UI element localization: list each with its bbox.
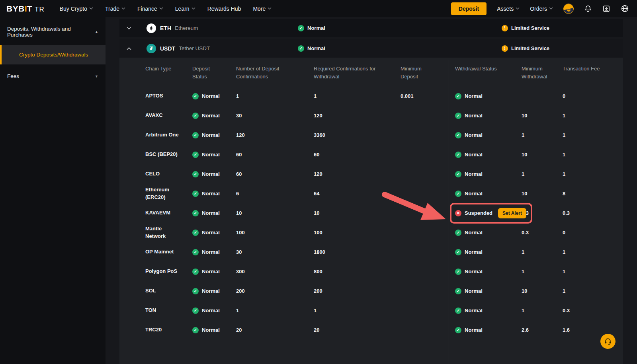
header-withdrawal-confirmations: Required Confirmations for Withdrawal xyxy=(314,65,391,81)
transaction-fee-value: 8 xyxy=(563,191,565,197)
sidebar-item-crypto-deposits-withdrawals[interactable]: Crypto Deposits/Withdrawals xyxy=(0,45,106,64)
withdrawal-status-badge: ✓ Normal xyxy=(455,132,483,138)
header-min-deposit: Minimum Deposit xyxy=(401,65,432,81)
withdrawal-status-badge: ✓ Normal xyxy=(455,191,483,197)
sidebar-item-fees[interactable]: Fees ▼ xyxy=(0,67,106,86)
nav-buy-crypto[interactable]: Buy Crypto xyxy=(60,6,93,12)
deposit-status-label: Normal xyxy=(202,210,220,216)
header-min-withdrawal: Minimum Withdrawal xyxy=(522,65,559,81)
user-avatar[interactable] xyxy=(563,4,574,14)
header-chain-type: Chain Type xyxy=(145,65,172,73)
table-row: TRC20 ✓ Normal 20 20 ✓ Normal 2.6 1.6 xyxy=(119,320,623,340)
chevron-down-icon xyxy=(191,7,195,10)
eth-coin-icon xyxy=(147,23,156,33)
fees-label: Fees xyxy=(7,73,19,79)
withdrawal-status-badge: ✓ Normal xyxy=(455,249,483,255)
sidebar-section-deposits-withdrawals[interactable]: Deposits, Withdrawals and Purchases ▲ xyxy=(0,18,106,45)
download-app-icon[interactable] xyxy=(602,5,610,13)
deposit-confirmations-value: 10 xyxy=(236,210,242,216)
deposit-confirmations-value: 20 xyxy=(236,327,242,333)
withdrawal-status-label: Normal xyxy=(465,152,483,158)
min-deposit-value: 0.001 xyxy=(401,93,414,99)
language-globe-icon[interactable] xyxy=(621,4,629,13)
notifications-bell-icon[interactable] xyxy=(584,5,592,13)
min-withdrawal-value: 10 xyxy=(522,113,527,119)
deposit-status-label: Normal xyxy=(202,249,220,255)
nav-orders[interactable]: Orders xyxy=(530,6,553,12)
deposit-confirmations-value: 1 xyxy=(236,93,239,99)
chevron-down-icon[interactable] xyxy=(127,27,132,30)
sidebar-section-label: Deposits, Withdrawals and Purchases xyxy=(7,26,95,38)
deposit-confirmations-value: 60 xyxy=(236,171,242,177)
check-icon: ✓ xyxy=(192,308,199,314)
deposit-status-label: Normal xyxy=(202,308,220,313)
logo-region: TR xyxy=(35,6,45,14)
coin-row-usdt[interactable]: ₮ USDT Tether USDT ✓ Normal ! Limited Se… xyxy=(119,39,623,57)
header-deposit-status: Deposit Status xyxy=(192,65,220,81)
coin-service-status: ! Limited Service xyxy=(502,45,549,52)
check-icon: ✓ xyxy=(192,288,199,294)
withdrawal-confirmations-value: 120 xyxy=(314,113,322,119)
transaction-fee-value: 1 xyxy=(563,249,565,255)
expand-triangle-icon: ▼ xyxy=(95,74,98,78)
nav-finance[interactable]: Finance xyxy=(137,6,163,12)
chevron-down-icon xyxy=(159,7,163,10)
chevron-down-icon xyxy=(549,7,553,10)
chain-name: Polygon PoS xyxy=(145,268,177,275)
nav-learn[interactable]: Learn xyxy=(175,6,195,12)
main-content: ETH Ethereum ✓ Normal ! Limited Service … xyxy=(106,17,637,364)
table-row: Mantle Network ✓ Normal 100 100 ✓ Normal… xyxy=(119,223,623,242)
table-section-divider xyxy=(449,60,449,364)
deposit-confirmations-value: 30 xyxy=(236,113,242,119)
nav-assets[interactable]: Assets xyxy=(497,6,520,12)
table-row: Ethereum (ERC20) ✓ Normal 6 64 ✓ Normal … xyxy=(119,184,623,203)
min-withdrawal-value: 10 xyxy=(522,152,527,158)
check-icon: ✓ xyxy=(298,45,304,52)
chevron-down-icon xyxy=(121,7,125,10)
deposit-button[interactable]: Deposit xyxy=(451,2,487,15)
chain-name: KAVAEVM xyxy=(145,209,170,217)
transaction-fee-value: 0 xyxy=(563,230,565,236)
withdrawal-confirmations-value: 20 xyxy=(314,327,319,333)
table-row: CELO ✓ Normal 60 120 ✓ Normal 1 1 xyxy=(119,164,623,184)
coin-row-eth[interactable]: ETH Ethereum ✓ Normal ! Limited Service xyxy=(119,19,623,37)
set-alert-button[interactable]: Set Alert xyxy=(498,208,526,218)
header-withdrawal-status: Withdrawal Status xyxy=(455,65,497,73)
withdrawal-status-label: Normal xyxy=(465,249,483,255)
withdrawal-status-label: Normal xyxy=(465,113,483,119)
deposit-confirmations-value: 200 xyxy=(236,288,245,294)
nav-trade[interactable]: Trade xyxy=(105,6,125,12)
check-icon: ✓ xyxy=(192,93,199,99)
status-icon: ✓ xyxy=(455,269,461,275)
support-headset-button[interactable] xyxy=(600,334,616,349)
coin-deposit-status: ✓ Normal xyxy=(298,25,325,31)
nav-more[interactable]: More xyxy=(253,6,272,12)
transaction-fee-value: 1 xyxy=(563,171,565,177)
chevron-down-icon xyxy=(268,7,272,10)
deposit-status-label: Normal xyxy=(202,171,220,177)
deposit-status-label: Normal xyxy=(202,113,220,119)
chain-status-table: Chain Type Deposit Status Number of Depo… xyxy=(119,58,623,364)
deposit-status-badge: ✓ Normal xyxy=(192,288,220,294)
logo-text: BYB xyxy=(6,4,25,14)
warning-icon: ! xyxy=(502,45,508,52)
status-icon: ✓ xyxy=(455,327,461,333)
deposit-status-badge: ✓ Normal xyxy=(192,230,220,236)
chevron-up-icon[interactable] xyxy=(127,47,132,50)
deposit-status-badge: ✓ Normal xyxy=(192,269,220,275)
chain-name: TON xyxy=(145,307,156,314)
chain-name: Ethereum (ERC20) xyxy=(145,186,181,201)
check-icon: ✓ xyxy=(192,171,199,177)
nav-rewards-hub[interactable]: Rewards Hub xyxy=(207,6,241,12)
chain-name: BSC (BEP20) xyxy=(145,151,178,158)
table-row: AVAXC ✓ Normal 30 120 ✓ Normal 10 1 xyxy=(119,106,623,125)
deposit-status-badge: ✓ Normal xyxy=(192,171,220,177)
transaction-fee-value: 1 xyxy=(563,113,565,119)
check-icon: ✓ xyxy=(192,210,199,216)
check-icon: ✓ xyxy=(192,249,199,255)
deposit-status-label: Normal xyxy=(202,230,220,236)
bybit-logo[interactable]: BYBIT TR xyxy=(6,4,45,14)
suspended-x-icon: ✕ xyxy=(455,210,461,216)
transaction-fee-value: 1 xyxy=(563,152,565,158)
withdrawal-status-badge: ✓ Normal xyxy=(455,269,483,275)
